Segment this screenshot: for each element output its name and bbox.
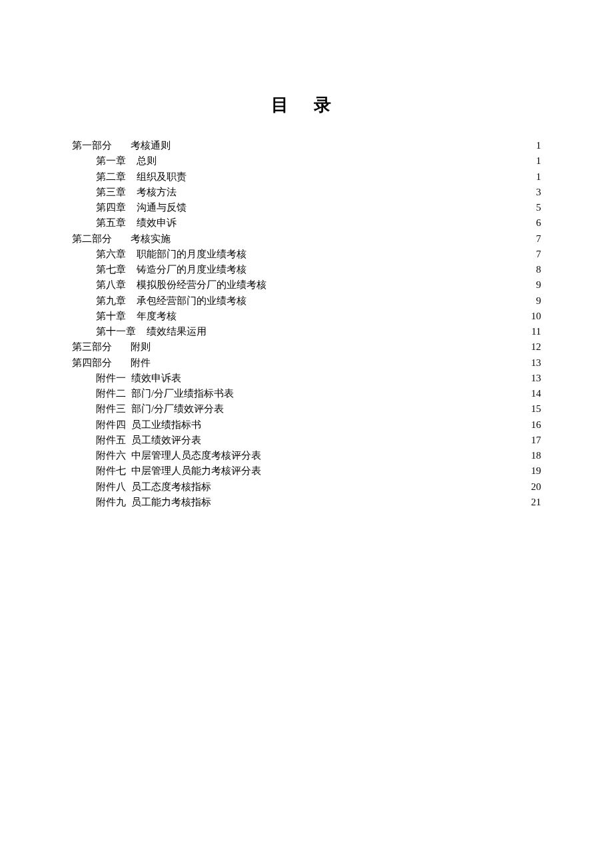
- toc-entry-page: 13: [531, 355, 541, 371]
- toc-entry-text: 部门/分厂业绩指标书表: [131, 386, 234, 401]
- toc-entry: 第十章年度考核10: [72, 309, 541, 324]
- toc-entry-label: 附件三: [96, 401, 126, 417]
- toc-entry-label: 第四章: [96, 200, 126, 215]
- toc-entry-label: 第三部分: [72, 339, 112, 355]
- toc-container: 第一部分考核通则1第一章总则1第二章组织及职责1第三章考核方法3第四章沟通与反馈…: [72, 138, 541, 510]
- toc-entry-text: 考核通则: [131, 138, 171, 153]
- toc-entry-text: 承包经营部门的业绩考核: [137, 293, 247, 309]
- toc-entry-label: 第八章: [96, 277, 126, 293]
- toc-entry-label: 第二部分: [72, 231, 112, 247]
- toc-entry-label: 附件七: [96, 463, 126, 479]
- toc-entry-label: 第四部分: [72, 355, 112, 371]
- toc-entry: 附件五员工绩效评分表17: [72, 433, 541, 448]
- toc-entry-page: 14: [531, 386, 541, 401]
- toc-entry-text: 员工能力考核指标: [131, 495, 211, 510]
- toc-entry-page: 9: [536, 277, 542, 293]
- toc-entry: 附件七中层管理人员能力考核评分表19: [72, 463, 541, 479]
- toc-entry-label: 第一部分: [72, 138, 112, 153]
- toc-entry-text: 模拟股份经营分厂的业绩考核: [137, 277, 267, 293]
- toc-entry: 第一章总则1: [72, 153, 541, 169]
- toc-entry-page: 17: [531, 433, 541, 448]
- toc-entry-text: 绩效申诉表: [131, 371, 181, 386]
- toc-entry: 第二章组织及职责1: [72, 169, 541, 185]
- toc-entry: 第五章绩效申诉6: [72, 215, 541, 231]
- toc-entry-page: 7: [536, 247, 542, 262]
- toc-entry-label: 第十一章: [96, 324, 136, 339]
- toc-entry: 第四章沟通与反馈5: [72, 200, 541, 215]
- toc-entry-label: 第六章: [96, 247, 126, 262]
- toc-entry-text: 绩效申诉: [137, 215, 177, 231]
- toc-entry: 附件九员工能力考核指标21: [72, 495, 541, 510]
- toc-entry-page: 7: [536, 231, 542, 247]
- toc-entry-label: 第七章: [96, 262, 126, 277]
- toc-entry-page: 1: [536, 138, 542, 153]
- toc-entry-label: 第五章: [96, 215, 126, 231]
- toc-entry: 第七章铸造分厂的月度业绩考核8: [72, 262, 541, 277]
- toc-entry-label: 第九章: [96, 293, 126, 309]
- toc-entry: 第十一章绩效结果运用11: [72, 324, 541, 339]
- toc-entry-label: 附件五: [96, 433, 126, 448]
- toc-entry: 第三章考核方法3: [72, 185, 541, 200]
- toc-entry: 附件一绩效申诉表13: [72, 371, 541, 386]
- toc-entry: 附件六中层管理人员态度考核评分表18: [72, 448, 541, 463]
- toc-entry: 第八章模拟股份经营分厂的业绩考核9: [72, 277, 541, 293]
- toc-entry-text: 员工业绩指标书: [131, 417, 201, 433]
- toc-entry-text: 员工绩效评分表: [131, 433, 201, 448]
- toc-entry: 附件三部门/分厂绩效评分表15: [72, 401, 541, 417]
- toc-entry-label: 第二章: [96, 169, 126, 185]
- toc-entry-label: 附件八: [96, 479, 126, 495]
- toc-entry-page: 3: [536, 185, 542, 200]
- toc-entry-page: 5: [536, 200, 542, 215]
- toc-entry-text: 中层管理人员态度考核评分表: [131, 448, 261, 463]
- toc-entry-text: 附则: [131, 339, 151, 355]
- toc-entry-page: 12: [531, 339, 541, 355]
- toc-entry-text: 总则: [137, 153, 157, 169]
- toc-entry: 附件四员工业绩指标书16: [72, 417, 541, 433]
- toc-entry-label: 第一章: [96, 153, 126, 169]
- toc-entry-page: 8: [536, 262, 542, 277]
- toc-entry: 附件二部门/分厂业绩指标书表14: [72, 386, 541, 401]
- toc-entry-page: 11: [532, 324, 541, 339]
- toc-entry-text: 年度考核: [137, 309, 177, 324]
- toc-entry: 第六章职能部门的月度业绩考核7: [72, 247, 541, 262]
- toc-entry-page: 18: [531, 448, 541, 463]
- toc-entry-page: 16: [531, 417, 541, 433]
- toc-title: 目 录: [0, 93, 613, 117]
- toc-entry-text: 绩效结果运用: [147, 324, 207, 339]
- toc-entry: 第二部分考核实施7: [72, 231, 541, 247]
- toc-entry-label: 第三章: [96, 185, 126, 200]
- toc-entry: 第四部分附件13: [72, 355, 541, 371]
- toc-entry-text: 附件: [131, 355, 151, 371]
- toc-entry-page: 19: [531, 463, 541, 479]
- toc-entry: 第三部分附则12: [72, 339, 541, 355]
- toc-entry-page: 10: [531, 309, 541, 324]
- toc-entry-page: 6: [536, 215, 542, 231]
- toc-entry-text: 考核实施: [131, 231, 171, 247]
- toc-entry-label: 附件一: [96, 371, 126, 386]
- toc-entry: 附件八员工态度考核指标20: [72, 479, 541, 495]
- toc-entry-text: 职能部门的月度业绩考核: [137, 247, 247, 262]
- toc-entry-page: 20: [531, 479, 541, 495]
- toc-entry: 第九章承包经营部门的业绩考核9: [72, 293, 541, 309]
- toc-entry-label: 第十章: [96, 309, 126, 324]
- toc-entry-label: 附件二: [96, 386, 126, 401]
- toc-entry-text: 考核方法: [137, 185, 177, 200]
- toc-entry-text: 部门/分厂绩效评分表: [131, 401, 224, 417]
- toc-entry-page: 21: [531, 495, 541, 510]
- toc-entry-page: 1: [536, 169, 542, 185]
- toc-entry-text: 中层管理人员能力考核评分表: [131, 463, 261, 479]
- toc-entry-label: 附件九: [96, 495, 126, 510]
- toc-entry-text: 沟通与反馈: [137, 200, 187, 215]
- toc-entry-page: 15: [531, 401, 541, 417]
- toc-entry-page: 13: [531, 371, 541, 386]
- toc-entry-page: 9: [536, 293, 542, 309]
- toc-entry-page: 1: [536, 153, 542, 169]
- toc-entry: 第一部分考核通则1: [72, 138, 541, 153]
- toc-entry-label: 附件四: [96, 417, 126, 433]
- toc-entry-text: 组织及职责: [137, 169, 187, 185]
- toc-entry-text: 员工态度考核指标: [131, 479, 211, 495]
- toc-entry-text: 铸造分厂的月度业绩考核: [137, 262, 247, 277]
- toc-entry-label: 附件六: [96, 448, 126, 463]
